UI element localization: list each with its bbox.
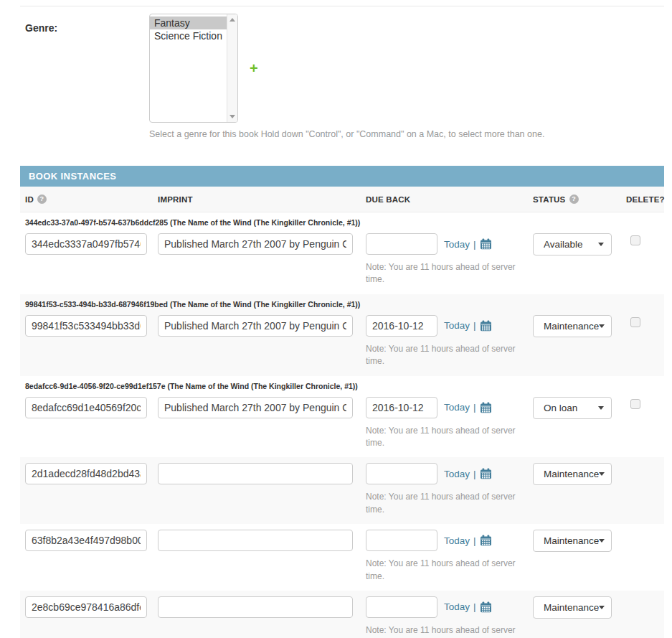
- server-time-note: Note: You are 11 hours ahead of server t…: [366, 425, 518, 450]
- id-input[interactable]: [25, 463, 147, 484]
- select-arrow-icon: [598, 406, 604, 410]
- book-instance-row: 344edc33-37a0-497f-b574-637b6ddcf285 (Th…: [20, 212, 664, 294]
- delete-checkbox[interactable]: [630, 317, 640, 327]
- today-separator: |: [473, 402, 476, 413]
- status-select[interactable]: On loan: [533, 397, 612, 419]
- server-time-note: Note: You are 11 hours ahead of server t…: [366, 624, 518, 638]
- listbox-scrollbar[interactable]: [227, 14, 237, 122]
- instance-caption: 8edafcc6-9d1e-4056-9f20-ce99d1ef157e (Th…: [20, 382, 664, 397]
- instance-caption: 344edc33-37a0-497f-b574-637b6ddcf285 (Th…: [20, 218, 664, 233]
- genre-multiselect[interactable]: Fantasy Science Fiction: [149, 14, 238, 123]
- calendar-icon[interactable]: [480, 601, 492, 613]
- calendar-icon[interactable]: [480, 402, 492, 413]
- imprint-input[interactable]: [158, 397, 353, 418]
- due-back-input[interactable]: [366, 530, 437, 551]
- today-separator: |: [473, 469, 476, 479]
- book-instance-row: Today | Note: You are 11 hours ahead of …: [20, 524, 664, 591]
- column-header-status: STATUS ?: [533, 194, 626, 204]
- imprint-input[interactable]: [158, 233, 353, 255]
- column-header-due-back: DUE BACK: [366, 195, 533, 204]
- id-column-label: ID: [25, 195, 34, 204]
- status-select[interactable]: Maintenance: [533, 596, 612, 619]
- status-select[interactable]: Maintenance: [533, 315, 612, 337]
- due-back-input[interactable]: [366, 463, 437, 484]
- today-separator: |: [473, 239, 476, 250]
- genre-option-fantasy[interactable]: Fantasy: [150, 17, 227, 29]
- genre-label: Genre:: [20, 14, 149, 34]
- status-select-value: Maintenance: [544, 535, 599, 546]
- today-link[interactable]: Today: [444, 402, 470, 413]
- imprint-input[interactable]: [158, 596, 353, 618]
- plus-icon: +: [250, 60, 258, 76]
- select-arrow-icon: [599, 539, 605, 543]
- today-link[interactable]: Today: [444, 535, 470, 546]
- select-arrow-icon: [599, 324, 605, 328]
- book-instances-module: BOOK INSTANCES ID ? IMPRINT DUE BACK STA…: [20, 166, 664, 638]
- imprint-input[interactable]: [158, 530, 353, 551]
- status-select-value: Available: [544, 239, 583, 250]
- id-input[interactable]: [25, 596, 147, 618]
- column-header-imprint: IMPRINT: [158, 195, 366, 204]
- add-genre-button[interactable]: +: [250, 61, 258, 75]
- status-select-value: On loan: [544, 403, 577, 413]
- delete-column-label: DELETE?: [626, 195, 665, 204]
- calendar-icon[interactable]: [480, 535, 492, 546]
- due-back-input[interactable]: [366, 233, 437, 255]
- due-back-column-label: DUE BACK: [366, 195, 410, 204]
- status-select-value: Maintenance: [544, 321, 599, 332]
- calendar-icon[interactable]: [480, 320, 492, 332]
- id-input[interactable]: [25, 397, 147, 418]
- today-link[interactable]: Today: [444, 601, 470, 612]
- column-header-delete: DELETE?: [626, 195, 669, 204]
- column-header-id: ID ?: [25, 194, 158, 204]
- select-arrow-icon: [599, 606, 605, 609]
- today-separator: |: [473, 601, 476, 612]
- id-help-icon: ?: [37, 194, 47, 204]
- column-header-row: ID ? IMPRINT DUE BACK STATUS ? DELETE?: [20, 187, 664, 212]
- server-time-note: Note: You are 11 hours ahead of server t…: [366, 491, 518, 516]
- today-link[interactable]: Today: [444, 239, 470, 250]
- status-select[interactable]: Maintenance: [533, 530, 612, 552]
- select-arrow-icon: [599, 472, 605, 476]
- id-input[interactable]: [25, 530, 147, 551]
- book-instances-header: BOOK INSTANCES: [20, 166, 664, 187]
- delete-checkbox[interactable]: [630, 235, 640, 245]
- status-select-value: Maintenance: [544, 602, 599, 613]
- id-input[interactable]: [25, 315, 147, 337]
- book-instance-row: 8edafcc6-9d1e-4056-9f20-ce99d1ef157e (Th…: [20, 376, 664, 458]
- calendar-icon[interactable]: [480, 238, 492, 250]
- book-instance-row: 99841f53-c533-494b-b33d-687946f19bed (Th…: [20, 294, 664, 376]
- genre-option-science-fiction[interactable]: Science Fiction: [150, 29, 227, 42]
- genre-field-row: Genre: Fantasy Science Fiction +: [20, 6, 664, 123]
- due-back-input[interactable]: [366, 315, 437, 337]
- imprint-input[interactable]: [158, 315, 353, 337]
- genre-options: Fantasy Science Fiction: [150, 14, 227, 122]
- imprint-input[interactable]: [158, 463, 353, 484]
- status-select[interactable]: Available: [533, 233, 612, 255]
- server-time-note: Note: You are 11 hours ahead of server t…: [366, 558, 518, 583]
- status-column-label: STATUS: [533, 195, 566, 204]
- today-separator: |: [473, 535, 476, 546]
- delete-checkbox[interactable]: [630, 399, 640, 409]
- status-help-icon: ?: [569, 194, 579, 204]
- book-instance-row: Today | Note: You are 11 hours ahead of …: [20, 591, 664, 638]
- today-link[interactable]: Today: [444, 320, 470, 331]
- imprint-column-label: IMPRINT: [158, 195, 193, 204]
- scroll-down-icon[interactable]: [229, 115, 235, 118]
- due-back-input[interactable]: [366, 397, 437, 418]
- form-content: Genre: Fantasy Science Fiction + Select …: [20, 6, 664, 638]
- server-time-note: Note: You are 11 hours ahead of server t…: [366, 261, 518, 286]
- today-separator: |: [473, 320, 476, 331]
- calendar-icon[interactable]: [480, 468, 492, 479]
- id-input[interactable]: [25, 233, 147, 255]
- status-select[interactable]: Maintenance: [533, 463, 612, 485]
- genre-help-text: Select a genre for this book Hold down "…: [149, 129, 664, 139]
- select-arrow-icon: [598, 243, 604, 246]
- status-select-value: Maintenance: [544, 469, 599, 479]
- scroll-up-icon[interactable]: [229, 18, 235, 22]
- instance-caption: 99841f53-c533-494b-b33d-687946f19bed (Th…: [20, 300, 664, 315]
- server-time-note: Note: You are 11 hours ahead of server t…: [366, 343, 518, 368]
- today-link[interactable]: Today: [444, 469, 470, 479]
- book-instance-row: Today | Note: You are 11 hours ahead of …: [20, 457, 664, 524]
- due-back-input[interactable]: [366, 596, 437, 618]
